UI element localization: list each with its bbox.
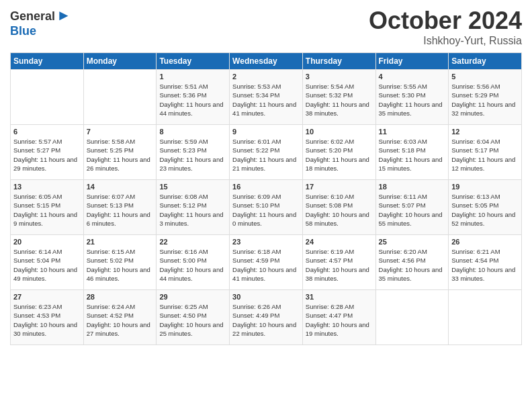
- day-number: 10: [306, 128, 373, 136]
- calendar-cell: 20Sunrise: 6:14 AMSunset: 5:04 PMDayligh…: [11, 235, 84, 290]
- calendar-cell: 21Sunrise: 6:15 AMSunset: 5:02 PMDayligh…: [83, 235, 157, 290]
- day-info: Sunrise: 5:58 AMSunset: 5:25 PMDaylight:…: [87, 137, 154, 173]
- day-info: Sunrise: 5:53 AMSunset: 5:34 PMDaylight:…: [232, 82, 300, 118]
- day-number: 15: [159, 183, 226, 191]
- day-info: Sunrise: 6:20 AMSunset: 4:56 PMDaylight:…: [379, 247, 446, 283]
- day-info: Sunrise: 6:04 AMSunset: 5:17 PMDaylight:…: [451, 137, 519, 173]
- day-info: Sunrise: 6:09 AMSunset: 5:10 PMDaylight:…: [232, 192, 300, 228]
- day-info: Sunrise: 5:57 AMSunset: 5:27 PMDaylight:…: [13, 137, 81, 173]
- calendar-cell: 30Sunrise: 6:26 AMSunset: 4:49 PMDayligh…: [230, 290, 303, 345]
- calendar-cell: [11, 70, 84, 125]
- day-number: 4: [379, 73, 446, 81]
- calendar-cell: 18Sunrise: 6:11 AMSunset: 5:07 PMDayligh…: [375, 180, 449, 235]
- day-info: Sunrise: 6:21 AMSunset: 4:54 PMDaylight:…: [451, 247, 519, 283]
- weekday-header-saturday: Saturday: [449, 53, 522, 70]
- day-info: Sunrise: 5:54 AMSunset: 5:32 PMDaylight:…: [306, 82, 373, 118]
- logo-bird-icon: ►: [56, 7, 71, 24]
- weekday-header-monday: Monday: [83, 53, 157, 70]
- day-number: 3: [306, 73, 373, 81]
- day-number: 26: [451, 238, 519, 246]
- day-info: Sunrise: 6:28 AMSunset: 4:47 PMDaylight:…: [306, 302, 373, 338]
- calendar-cell: 11Sunrise: 6:03 AMSunset: 5:18 PMDayligh…: [375, 125, 449, 180]
- calendar-cell: 29Sunrise: 6:25 AMSunset: 4:50 PMDayligh…: [157, 290, 230, 345]
- day-info: Sunrise: 5:56 AMSunset: 5:29 PMDaylight:…: [451, 82, 519, 118]
- day-number: 27: [13, 293, 81, 301]
- calendar-cell: 3Sunrise: 5:54 AMSunset: 5:32 PMDaylight…: [302, 70, 375, 125]
- day-number: 11: [379, 128, 446, 136]
- calendar-week-row: 20Sunrise: 6:14 AMSunset: 5:04 PMDayligh…: [11, 235, 522, 290]
- weekday-header-tuesday: Tuesday: [157, 53, 230, 70]
- calendar-cell: 23Sunrise: 6:18 AMSunset: 4:59 PMDayligh…: [230, 235, 303, 290]
- month-title: October 2024: [369, 7, 522, 35]
- logo-blue: Blue: [10, 24, 71, 39]
- day-number: 20: [13, 238, 81, 246]
- day-info: Sunrise: 6:08 AMSunset: 5:12 PMDaylight:…: [159, 192, 226, 228]
- logo: General► Blue: [10, 7, 71, 39]
- calendar-cell: 22Sunrise: 6:16 AMSunset: 5:00 PMDayligh…: [157, 235, 230, 290]
- day-info: Sunrise: 6:07 AMSunset: 5:13 PMDaylight:…: [87, 192, 154, 228]
- weekday-header-wednesday: Wednesday: [230, 53, 303, 70]
- day-number: 13: [13, 183, 81, 191]
- calendar-cell: 12Sunrise: 6:04 AMSunset: 5:17 PMDayligh…: [449, 125, 522, 180]
- calendar-cell: [375, 290, 449, 345]
- day-info: Sunrise: 6:13 AMSunset: 5:05 PMDaylight:…: [451, 192, 519, 228]
- day-info: Sunrise: 5:55 AMSunset: 5:30 PMDaylight:…: [379, 82, 446, 118]
- day-info: Sunrise: 5:59 AMSunset: 5:23 PMDaylight:…: [159, 137, 226, 173]
- calendar-cell: 1Sunrise: 5:51 AMSunset: 5:36 PMDaylight…: [157, 70, 230, 125]
- day-info: Sunrise: 6:11 AMSunset: 5:07 PMDaylight:…: [379, 192, 446, 228]
- calendar-week-row: 1Sunrise: 5:51 AMSunset: 5:36 PMDaylight…: [11, 70, 522, 125]
- day-number: 24: [306, 238, 373, 246]
- day-info: Sunrise: 6:18 AMSunset: 4:59 PMDaylight:…: [232, 247, 300, 283]
- calendar-cell: 7Sunrise: 5:58 AMSunset: 5:25 PMDaylight…: [83, 125, 157, 180]
- main-container: General► Blue October 2024 Ishkhoy-Yurt,…: [0, 0, 532, 352]
- calendar-cell: 19Sunrise: 6:13 AMSunset: 5:05 PMDayligh…: [449, 180, 522, 235]
- weekday-header-friday: Friday: [375, 53, 449, 70]
- day-number: 12: [451, 128, 519, 136]
- day-info: Sunrise: 6:15 AMSunset: 5:02 PMDaylight:…: [87, 247, 154, 283]
- day-number: 9: [232, 128, 300, 136]
- calendar-cell: 25Sunrise: 6:20 AMSunset: 4:56 PMDayligh…: [375, 235, 449, 290]
- title-block: October 2024 Ishkhoy-Yurt, Russia: [369, 7, 522, 47]
- day-number: 25: [379, 238, 446, 246]
- calendar-cell: 2Sunrise: 5:53 AMSunset: 5:34 PMDaylight…: [230, 70, 303, 125]
- day-number: 22: [159, 238, 226, 246]
- calendar-cell: [449, 290, 522, 345]
- day-info: Sunrise: 6:26 AMSunset: 4:49 PMDaylight:…: [232, 302, 300, 338]
- logo-general: General: [10, 9, 55, 23]
- day-number: 5: [451, 73, 519, 81]
- day-info: Sunrise: 6:19 AMSunset: 4:57 PMDaylight:…: [306, 247, 373, 283]
- calendar-cell: [83, 70, 157, 125]
- calendar-week-row: 13Sunrise: 6:05 AMSunset: 5:15 PMDayligh…: [11, 180, 522, 235]
- day-info: Sunrise: 6:05 AMSunset: 5:15 PMDaylight:…: [13, 192, 81, 228]
- location-title: Ishkhoy-Yurt, Russia: [369, 35, 522, 47]
- calendar-cell: 16Sunrise: 6:09 AMSunset: 5:10 PMDayligh…: [230, 180, 303, 235]
- day-number: 29: [159, 293, 226, 301]
- calendar-cell: 13Sunrise: 6:05 AMSunset: 5:15 PMDayligh…: [11, 180, 84, 235]
- day-info: Sunrise: 5:51 AMSunset: 5:36 PMDaylight:…: [159, 82, 226, 118]
- calendar-cell: 8Sunrise: 5:59 AMSunset: 5:23 PMDaylight…: [157, 125, 230, 180]
- calendar-cell: 9Sunrise: 6:01 AMSunset: 5:22 PMDaylight…: [230, 125, 303, 180]
- day-info: Sunrise: 6:02 AMSunset: 5:20 PMDaylight:…: [306, 137, 373, 173]
- day-number: 30: [232, 293, 300, 301]
- calendar-cell: 15Sunrise: 6:08 AMSunset: 5:12 PMDayligh…: [157, 180, 230, 235]
- calendar-cell: 4Sunrise: 5:55 AMSunset: 5:30 PMDaylight…: [375, 70, 449, 125]
- calendar-cell: 10Sunrise: 6:02 AMSunset: 5:20 PMDayligh…: [302, 125, 375, 180]
- day-info: Sunrise: 6:16 AMSunset: 5:00 PMDaylight:…: [159, 247, 226, 283]
- day-number: 16: [232, 183, 300, 191]
- day-info: Sunrise: 6:24 AMSunset: 4:52 PMDaylight:…: [87, 302, 154, 338]
- calendar-week-row: 27Sunrise: 6:23 AMSunset: 4:53 PMDayligh…: [11, 290, 522, 345]
- calendar-cell: 28Sunrise: 6:24 AMSunset: 4:52 PMDayligh…: [83, 290, 157, 345]
- calendar-cell: 24Sunrise: 6:19 AMSunset: 4:57 PMDayligh…: [302, 235, 375, 290]
- day-number: 23: [232, 238, 300, 246]
- day-number: 8: [159, 128, 226, 136]
- calendar-week-row: 6Sunrise: 5:57 AMSunset: 5:27 PMDaylight…: [11, 125, 522, 180]
- day-number: 14: [87, 183, 154, 191]
- day-number: 6: [13, 128, 81, 136]
- day-info: Sunrise: 6:03 AMSunset: 5:18 PMDaylight:…: [379, 137, 446, 173]
- day-number: 19: [451, 183, 519, 191]
- day-number: 31: [306, 293, 373, 301]
- day-number: 1: [159, 73, 226, 81]
- day-info: Sunrise: 6:10 AMSunset: 5:08 PMDaylight:…: [306, 192, 373, 228]
- weekday-header-sunday: Sunday: [11, 53, 84, 70]
- day-info: Sunrise: 6:01 AMSunset: 5:22 PMDaylight:…: [232, 137, 300, 173]
